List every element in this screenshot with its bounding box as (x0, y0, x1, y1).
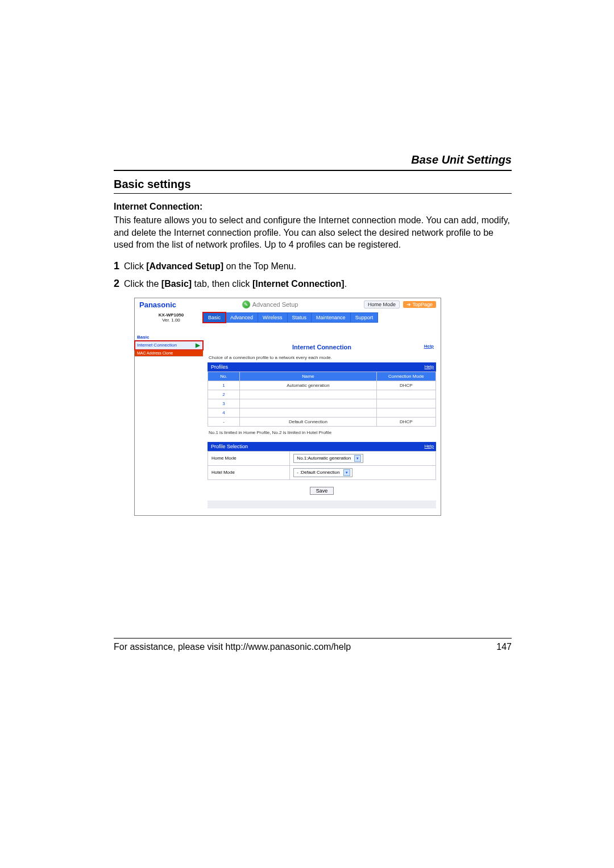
sidebar: Basic Internet Connection ▶ MAC Address … (135, 323, 203, 515)
pencil-icon: ✎ (242, 301, 250, 308)
home-mode-label: Home Mode (208, 451, 290, 465)
brand-logo: Panasonic (139, 301, 176, 309)
col-name: Name (240, 372, 377, 381)
caption-text: Choice of a connection profile to a netw… (209, 355, 436, 360)
statusbar (208, 500, 436, 508)
mode-badge: Home Mode (364, 301, 400, 308)
hotel-mode-select[interactable]: - :Default Connection ▾ (293, 468, 352, 477)
profile-selection-table: Home Mode No.1:Automatic generation ▾ Ho… (208, 451, 436, 480)
step-text: tab, then click (192, 279, 252, 289)
sidebar-item-mac-address-clone[interactable]: MAC Address Clone (135, 350, 203, 357)
col-no: No. (208, 372, 240, 381)
tab-advanced[interactable]: Advanced (226, 312, 258, 323)
tab-status[interactable]: Status (288, 312, 312, 323)
body-paragraph: This feature allows you to select and co… (114, 214, 512, 251)
table-row: 4 (208, 408, 436, 417)
tab-maintenance[interactable]: Maintenance (312, 312, 351, 323)
step-text: Click the (124, 279, 161, 289)
col-mode: Connection Mode (376, 372, 435, 381)
model-info: KX-WP1050 Ver. 1.00 (139, 312, 203, 323)
sidebar-section-header: Basic (135, 333, 203, 341)
save-button[interactable]: Save (310, 487, 334, 495)
profiles-table: No. Name Connection Mode 1 Automatic gen… (208, 372, 436, 427)
step-text: Click (124, 261, 146, 271)
home-mode-select[interactable]: No.1:Automatic generation ▾ (293, 454, 363, 463)
step-number: 1 (114, 260, 119, 272)
profiles-header: Profiles Help (208, 362, 436, 372)
chevron-down-icon: ▾ (354, 455, 361, 462)
footer-rule (114, 638, 512, 639)
help-link[interactable]: Help (424, 344, 434, 349)
page-header-title: Base Unit Settings (114, 153, 512, 166)
panel-title: Internet Connection Help (208, 344, 436, 350)
advanced-setup-label: ✎ Advanced Setup (242, 301, 298, 308)
help-link[interactable]: Help (425, 364, 434, 369)
hotel-mode-label: Hotel Mode (208, 465, 290, 479)
step-1: 1 Click [Advanced Setup] on the Top Menu… (114, 260, 512, 272)
embedded-screenshot: Panasonic ✎ Advanced Setup Home Mode ➜ T… (134, 298, 441, 516)
step-2: 2 Click the [Basic] tab, then click [Int… (114, 278, 512, 290)
step-text: on the Top Menu. (223, 261, 296, 271)
step-text: . (345, 279, 347, 289)
profile-selection-header: Profile Selection Help (208, 442, 436, 451)
table-header-row: No. Name Connection Mode (208, 372, 436, 381)
help-link[interactable]: Help (425, 444, 434, 449)
top-page-button[interactable]: ➜ TopPage (403, 301, 436, 308)
page-number: 147 (496, 642, 512, 652)
subsection-heading: Internet Connection: (114, 202, 512, 212)
step-bold: [Basic] (161, 279, 192, 289)
tab-wireless[interactable]: Wireless (258, 312, 288, 323)
section-rule (114, 193, 512, 194)
footer-text: For assistance, please visit http://www.… (114, 642, 351, 652)
profile-no-link[interactable]: 2 (208, 390, 240, 399)
table-row: 1 Automatic generation DHCP (208, 381, 436, 390)
profile-no-link[interactable]: 3 (208, 399, 240, 408)
table-row: 3 (208, 399, 436, 408)
chevron-down-icon: ▾ (343, 469, 350, 476)
profile-no-link[interactable]: 4 (208, 408, 240, 417)
tab-basic[interactable]: Basic (203, 312, 226, 323)
step-bold: [Advanced Setup] (146, 261, 223, 271)
table-row: 2 (208, 390, 436, 399)
table-row: - Default Connection DHCP (208, 417, 436, 426)
step-number: 2 (114, 278, 119, 290)
step-bold: [Internet Connection] (252, 279, 345, 289)
triangle-right-icon: ▶ (196, 342, 201, 348)
tab-bar: Basic Advanced Wireless Status Maintenan… (203, 312, 378, 323)
header-rule (114, 170, 512, 171)
page-footer: For assistance, please visit http://www.… (114, 638, 512, 652)
section-heading: Basic settings (114, 178, 512, 191)
tab-support[interactable]: Support (351, 312, 379, 323)
profiles-note: No.1 is limited in Home Profile, No.2 is… (209, 430, 436, 435)
profile-no-link[interactable]: 1 (208, 381, 240, 390)
sidebar-item-internet-connection[interactable]: Internet Connection ▶ (135, 341, 203, 350)
